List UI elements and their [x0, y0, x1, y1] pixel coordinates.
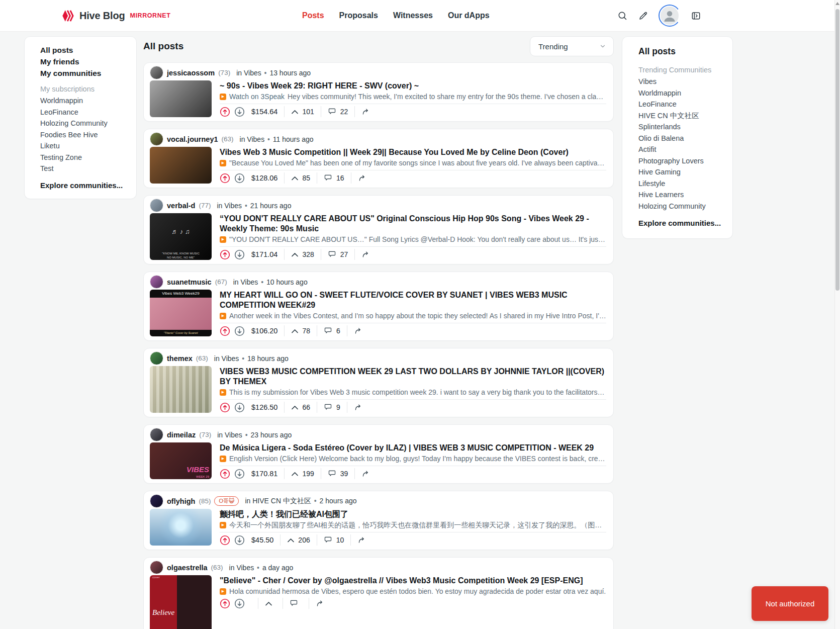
- comments-count[interactable]: 6: [336, 327, 340, 335]
- payout-amount[interactable]: $106.20: [251, 327, 277, 335]
- payout-amount[interactable]: $170.81: [251, 470, 277, 478]
- trending-community-olio-di-balena[interactable]: Olio di Balena: [638, 133, 725, 144]
- author-link[interactable]: oflyhigh: [167, 497, 195, 505]
- comments-count[interactable]: 39: [340, 470, 348, 478]
- author-link[interactable]: jessicaossom: [167, 69, 215, 77]
- post-excerpt[interactable]: ▶ Another week in the Vibes Contest, and…: [220, 311, 606, 320]
- payout-amount[interactable]: $171.04: [251, 250, 277, 258]
- trending-community-hive-learners[interactable]: Hive Learners: [638, 189, 725, 201]
- votes-count[interactable]: 328: [302, 250, 314, 258]
- sidebar-item-my-communities[interactable]: My communities: [40, 67, 131, 79]
- downvote-button[interactable]: [234, 173, 245, 184]
- community-link[interactable]: Vibes: [224, 202, 242, 210]
- community-link[interactable]: Vibes: [225, 431, 242, 439]
- post-excerpt[interactable]: ▶ This is my submission for Vibes Web 3 …: [220, 388, 606, 397]
- author-avatar[interactable]: [150, 132, 163, 146]
- upvote-button[interactable]: [220, 107, 230, 117]
- votes-count[interactable]: 101: [302, 108, 314, 116]
- author-avatar[interactable]: [150, 199, 163, 212]
- votes-count[interactable]: 78: [302, 327, 310, 335]
- explore-communities-link[interactable]: Explore communities...: [638, 219, 725, 227]
- trending-community-leofinance[interactable]: LeoFinance: [638, 99, 725, 110]
- scrollbar-up-arrow[interactable]: [835, 2, 839, 5]
- author-link[interactable]: dimeilaz: [167, 431, 196, 439]
- community-link[interactable]: Vibes: [247, 135, 264, 143]
- comments-icon[interactable]: [324, 403, 333, 412]
- post-thumbnail[interactable]: [150, 147, 212, 184]
- reshare-icon[interactable]: [358, 173, 367, 183]
- post-excerpt[interactable]: ▶ Watch on 3Speak Hey vibes community! T…: [220, 92, 606, 101]
- author-avatar[interactable]: [150, 494, 163, 508]
- community-link[interactable]: HIVE CN 中文社区: [252, 497, 311, 505]
- author-avatar[interactable]: [150, 66, 163, 79]
- votes-count[interactable]: 199: [302, 470, 314, 478]
- post-excerpt[interactable]: ▶ Hola comunidad hermosa de Vibes, esper…: [220, 587, 606, 596]
- upvote-button[interactable]: [220, 535, 230, 546]
- comments-icon[interactable]: [324, 326, 333, 335]
- author-link[interactable]: olgaestrella: [167, 564, 208, 572]
- post-thumbnail[interactable]: [150, 366, 212, 413]
- post-title[interactable]: “YOU DON'T REALLY CARE ABOUT US" Origina…: [220, 214, 606, 234]
- login-icon[interactable]: [691, 11, 701, 21]
- comments-icon[interactable]: [328, 107, 337, 116]
- downvote-button[interactable]: [234, 107, 245, 117]
- sidebar-community-holozing-community[interactable]: Holozing Community: [40, 118, 131, 129]
- author-avatar[interactable]: [150, 351, 163, 365]
- comments-icon[interactable]: [324, 173, 333, 183]
- downvote-button[interactable]: [234, 249, 245, 260]
- trending-community-worldmappin[interactable]: Worldmappin: [638, 87, 725, 99]
- post-title[interactable]: MY HEART WILL GO ON - SWEET FLUTE/VOICE …: [220, 290, 606, 310]
- comments-count[interactable]: 22: [340, 108, 348, 116]
- reshare-icon[interactable]: [357, 535, 366, 545]
- comments-icon[interactable]: [328, 250, 337, 259]
- post-excerpt[interactable]: ▶ English Version (Click Here) Welcome b…: [220, 454, 606, 463]
- upvote-button[interactable]: [220, 469, 230, 479]
- author-link[interactable]: vocal.journey1: [167, 135, 218, 143]
- votes-chevron-icon[interactable]: [291, 252, 299, 257]
- downvote-button[interactable]: [234, 535, 245, 546]
- nav-our-dapps[interactable]: Our dApps: [448, 11, 490, 20]
- post-title[interactable]: ~ 90s - Vibes Week 29: RIGHT HERE - SWV …: [220, 81, 606, 91]
- post-thumbnail[interactable]: ♬ ♪ ♫"KNOW ME, KNOW MUSICNO MUSIC, NO ME…: [150, 213, 212, 260]
- votes-chevron-icon[interactable]: [291, 405, 299, 410]
- comments-icon[interactable]: [290, 599, 299, 608]
- downvote-button[interactable]: [234, 402, 245, 413]
- trending-community-vibes[interactable]: Vibes: [638, 76, 725, 87]
- sidebar-community-liketu[interactable]: Liketu: [40, 140, 131, 152]
- reshare-icon[interactable]: [361, 250, 370, 259]
- reshare-icon[interactable]: [316, 599, 325, 608]
- author-link[interactable]: verbal-d: [167, 202, 195, 210]
- post-title[interactable]: 颤抖吧，人类！我们已经被AI包围了: [220, 509, 606, 519]
- votes-chevron-icon[interactable]: [265, 601, 272, 606]
- sidebar-community-foodies-bee-hive[interactable]: Foodies Bee Hive: [40, 129, 131, 141]
- nav-posts[interactable]: Posts: [302, 11, 324, 20]
- trending-community-photography-lovers[interactable]: Photography Lovers: [638, 155, 725, 167]
- sidebar-item-my-friends[interactable]: My friends: [40, 56, 131, 67]
- author-link[interactable]: themex: [167, 354, 193, 363]
- sidebar-community-test[interactable]: Test: [40, 163, 131, 174]
- author-avatar[interactable]: [150, 561, 163, 574]
- payout-amount[interactable]: $45.50: [251, 536, 273, 544]
- community-link[interactable]: Vibes: [222, 354, 239, 363]
- community-link[interactable]: Vibes: [236, 564, 254, 572]
- votes-chevron-icon[interactable]: [291, 175, 299, 181]
- sidebar-community-testing-zone[interactable]: Testing Zone: [40, 152, 131, 163]
- trending-community-hive-gaming[interactable]: Hive Gaming: [638, 166, 725, 178]
- comments-count[interactable]: 16: [336, 174, 344, 182]
- payout-amount[interactable]: $128.06: [251, 174, 277, 182]
- post-excerpt[interactable]: ▶ "YOU DON'T REALLY CARE ABOUT US…" Full…: [220, 235, 606, 244]
- votes-chevron-icon[interactable]: [291, 109, 299, 115]
- votes-count[interactable]: 206: [298, 536, 310, 544]
- post-thumbnail[interactable]: [150, 509, 212, 546]
- post-thumbnail[interactable]: [150, 80, 212, 117]
- sidebar-item-all-posts[interactable]: All posts: [40, 44, 131, 56]
- post-title[interactable]: Vibes Web 3 Music Competition || Week 29…: [220, 147, 606, 157]
- logo[interactable]: Hive Blog MIRRORNET: [62, 0, 171, 31]
- trending-community-splinterlands[interactable]: Splinterlands: [638, 121, 725, 133]
- sort-dropdown[interactable]: Trending: [530, 36, 614, 56]
- nav-proposals[interactable]: Proposals: [339, 11, 378, 20]
- explore-communities-link[interactable]: Explore communities...: [40, 181, 131, 190]
- post-title[interactable]: VIBES WEB3 MUSIC COMPETITION WEEK 29 LAS…: [220, 367, 606, 387]
- upvote-button[interactable]: [220, 598, 230, 609]
- votes-chevron-icon[interactable]: [287, 537, 295, 543]
